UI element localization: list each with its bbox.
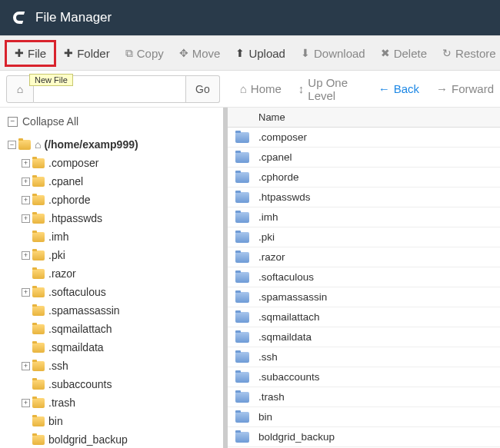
nav-home[interactable]: ⌂Home	[234, 79, 288, 98]
folder-icon	[235, 152, 249, 163]
folder-icon	[235, 272, 249, 283]
file-name: .composer	[258, 131, 307, 143]
download-button[interactable]: ⬇Download	[293, 42, 373, 65]
tree-item[interactable]: boldgrid_backup	[3, 430, 220, 448]
upload-button[interactable]: ⬆Upload	[228, 42, 293, 65]
folder-icon	[235, 192, 249, 203]
collapse-all-button[interactable]: −Collapse All	[3, 114, 220, 135]
expander-icon[interactable]: +	[22, 196, 30, 204]
expander-icon[interactable]: +	[22, 362, 30, 370]
file-name: .pki	[258, 231, 275, 243]
tree-item[interactable]: +.composer	[3, 154, 220, 172]
new-file-button[interactable]: ✚File	[5, 40, 56, 67]
tree-item[interactable]: +.cpanel	[3, 172, 220, 191]
tree-item[interactable]: +.trash	[3, 393, 220, 412]
plus-icon: ✚	[15, 47, 24, 59]
move-button[interactable]: ✥Move	[172, 42, 228, 65]
folder-icon	[235, 332, 249, 343]
new-folder-button[interactable]: ✚Folder	[56, 42, 118, 65]
folder-icon	[235, 292, 249, 303]
folder-icon	[32, 380, 45, 390]
nav-back[interactable]: ←Back	[372, 79, 425, 98]
tree-item[interactable]: +.pki	[3, 246, 220, 264]
cpanel-logo-icon	[9, 8, 28, 27]
tree-item[interactable]: .sqmaildata	[3, 338, 220, 357]
back-icon: ←	[378, 82, 390, 95]
tree-item[interactable]: +.softaculous	[3, 283, 220, 301]
file-row[interactable]: bin	[228, 407, 500, 427]
expander-icon[interactable]: +	[22, 159, 30, 168]
nav-forward[interactable]: →Forward	[430, 79, 500, 98]
file-row[interactable]: .imh	[228, 207, 500, 227]
expander-icon	[22, 233, 30, 241]
expander-icon[interactable]: +	[22, 251, 30, 260]
tree-item[interactable]: +.cphorde	[3, 191, 220, 209]
tree-item[interactable]: .sqmailattach	[3, 320, 220, 338]
tree-item[interactable]: bin	[3, 412, 220, 430]
tree-item[interactable]: .subaccounts	[3, 375, 220, 393]
folder-icon	[235, 232, 249, 243]
expander-icon	[22, 325, 30, 334]
expander-icon[interactable]: +	[22, 178, 30, 186]
tree-item-label: .softaculous	[48, 286, 106, 298]
up-icon: ↕	[298, 82, 305, 95]
file-name: .cphorde	[258, 171, 299, 183]
folder-icon	[235, 252, 249, 263]
tree-item[interactable]: .imh	[3, 227, 220, 246]
folder-icon	[235, 212, 249, 223]
folder-icon	[235, 372, 249, 383]
file-row[interactable]: .sqmaildata	[228, 327, 500, 347]
file-row[interactable]: .softaculous	[228, 267, 500, 287]
tree-root[interactable]: − ⌂ (/home/examp999)	[3, 135, 220, 154]
expander-icon[interactable]: +	[22, 399, 30, 407]
file-row[interactable]: .htpasswds	[228, 187, 500, 207]
restore-button[interactable]: ↻Restore	[435, 42, 500, 65]
tree-item-label: bin	[48, 415, 63, 427]
folder-icon	[32, 214, 45, 224]
file-row[interactable]: .cpanel	[228, 148, 500, 168]
expander-icon	[22, 417, 30, 426]
upload-icon: ⬆	[235, 47, 245, 59]
nav-up[interactable]: ↕Up One Level	[292, 73, 368, 105]
folder-icon	[32, 343, 45, 353]
folder-icon	[32, 416, 45, 426]
tree-item-label: .cpanel	[48, 175, 83, 187]
tree-item[interactable]: +.ssh	[3, 357, 220, 375]
tree-item[interactable]: +.htpasswds	[3, 209, 220, 227]
file-row[interactable]: .sqmailattach	[228, 307, 500, 327]
main-panel: Name .composer.cpanel.cphorde.htpasswds.…	[228, 108, 500, 448]
file-row[interactable]: .ssh	[228, 347, 500, 367]
tree-item-label: boldgrid_backup	[48, 433, 128, 446]
tree-item[interactable]: .spamassassin	[3, 301, 220, 320]
column-header-name[interactable]: Name	[228, 108, 500, 128]
home-icon: ⌂	[240, 82, 247, 95]
go-button[interactable]: Go	[186, 75, 220, 103]
tree-item[interactable]: .razor	[3, 264, 220, 283]
restore-icon: ↻	[442, 47, 452, 59]
folder-icon	[235, 352, 249, 363]
home-icon: ⌂	[35, 138, 41, 151]
file-row[interactable]: .spamassassin	[228, 287, 500, 307]
file-row[interactable]: .composer	[228, 128, 500, 148]
expander-icon[interactable]: +	[22, 214, 30, 223]
tree-item-label: .spamassassin	[48, 304, 120, 317]
home-icon: ⌂	[17, 83, 23, 95]
new-file-tooltip: New File	[29, 74, 73, 86]
folder-icon	[32, 361, 45, 371]
file-list: .composer.cpanel.cphorde.htpasswds.imh.p…	[228, 128, 500, 447]
expander-icon[interactable]: +	[22, 288, 30, 297]
file-name: .sqmailattach	[258, 311, 320, 323]
file-row[interactable]: .cphorde	[228, 168, 500, 187]
expander-icon	[22, 343, 30, 352]
delete-button[interactable]: ✖Delete	[373, 42, 435, 65]
tree-item-label: .imh	[48, 231, 68, 243]
copy-button[interactable]: ⧉Copy	[118, 42, 172, 65]
file-row[interactable]: boldgrid_backup	[228, 427, 500, 447]
expander-icon[interactable]: −	[8, 141, 16, 149]
file-row[interactable]: .razor	[228, 247, 500, 267]
file-row[interactable]: .pki	[228, 227, 500, 247]
file-row[interactable]: .trash	[228, 387, 500, 407]
file-row[interactable]: .subaccounts	[228, 367, 500, 387]
tree-item-label: .sqmailattach	[48, 323, 112, 335]
file-name: .trash	[258, 391, 285, 403]
